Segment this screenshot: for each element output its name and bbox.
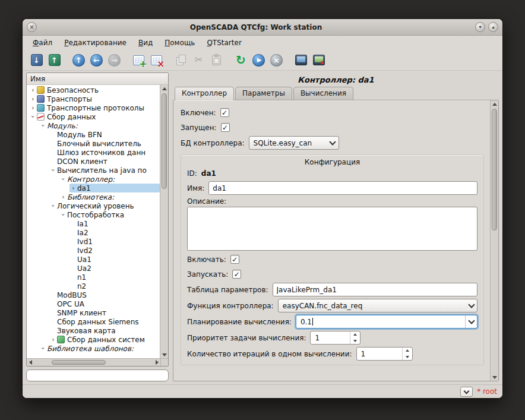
expand-arrow-icon[interactable]: › — [69, 184, 77, 192]
spin-down-button[interactable] — [350, 338, 360, 345]
back-button[interactable]: ← — [88, 52, 105, 68]
tree-item-transports[interactable]: ›Транспорты — [27, 94, 160, 103]
spin-down-button[interactable] — [403, 354, 412, 361]
controller-function-select[interactable]: easyCAN.fnc_data_req — [278, 299, 477, 312]
tree-item-ia1[interactable]: Ia1 — [27, 219, 160, 228]
content-vertical-scrollbar[interactable] — [490, 100, 498, 381]
combo-dropdown-button[interactable] — [465, 315, 477, 328]
tree-item-ua2[interactable]: Ua2 — [27, 264, 160, 273]
tree-item-daq[interactable]: ›Сбор данных — [27, 112, 160, 121]
tab-calculations[interactable]: Вычисления — [293, 87, 353, 100]
tree-item-ivd2[interactable]: Ivd2 — [27, 246, 160, 255]
tree-item-postproc[interactable]: ›Постобработка — [27, 210, 160, 219]
tree-item-da1[interactable]: ›da1 — [27, 184, 160, 192]
tree-item-ia2[interactable]: Ia2 — [27, 228, 160, 237]
tree-item-ua1[interactable]: Ua1 — [27, 255, 160, 264]
name-input[interactable] — [208, 181, 477, 195]
tree-item-javalike[interactable]: ›Вычислитель на java по — [27, 166, 160, 175]
minimize-button[interactable]: ▾ — [475, 22, 485, 32]
maximize-button[interactable]: ▴ — [488, 22, 498, 32]
qtstarter-vision-button[interactable] — [311, 52, 327, 68]
collapse-arrow-icon[interactable]: › — [49, 166, 57, 174]
collapse-arrow-icon[interactable]: › — [39, 345, 47, 352]
tab-parameters[interactable]: Параметры — [235, 87, 292, 100]
tree-hscroll-track[interactable] — [34, 359, 153, 366]
combo-dropdown-button[interactable] — [466, 299, 477, 312]
priority-spinbox[interactable]: 1 — [310, 331, 360, 345]
tree-item-ivd1[interactable]: Ivd1 — [27, 237, 160, 246]
tree-item-template-lib[interactable]: ›Библиотека шаблонов: — [27, 344, 160, 353]
menu-item-help[interactable]: Помощь — [159, 37, 200, 49]
qtstarter-config-button[interactable] — [293, 52, 309, 68]
tree-item-logic-level[interactable]: ›Логический уровень — [27, 201, 160, 210]
scroll-up-button[interactable] — [160, 85, 168, 92]
description-textarea[interactable] — [187, 207, 477, 251]
collapse-arrow-icon[interactable]: › — [59, 211, 67, 219]
expand-arrow-icon[interactable]: › — [59, 193, 67, 201]
tree-item-n2[interactable]: n2 — [27, 282, 160, 290]
spin-up-button[interactable] — [403, 348, 412, 354]
tree-item-bfn[interactable]: Модуль BFN — [27, 130, 160, 139]
tree-item-protocols[interactable]: ›Транспортные протоколы — [27, 103, 160, 112]
load-from-db-button[interactable]: ↓ — [29, 52, 45, 68]
tree-filter-input[interactable] — [26, 370, 169, 381]
started-checkbox[interactable]: ✓ — [221, 123, 230, 132]
tree-horizontal-scrollbar[interactable] — [27, 358, 168, 366]
controller-db-select[interactable]: SQLite.easy_can — [249, 136, 339, 150]
collapse-arrow-icon[interactable]: › — [59, 175, 67, 183]
menu-item-edit[interactable]: Редактирование — [59, 37, 132, 49]
tree-header[interactable]: Имя — [27, 73, 168, 85]
combo-dropdown-button[interactable] — [327, 137, 339, 149]
close-button[interactable]: × — [27, 22, 37, 32]
tree-item-siemens[interactable]: Сбор данных Siemens — [27, 317, 160, 326]
schedule-combo-input[interactable]: 0.1 — [296, 315, 477, 329]
tree-hscroll-thumb[interactable] — [52, 360, 105, 365]
expand-arrow-icon[interactable]: › — [29, 95, 37, 103]
collapse-arrow-icon[interactable]: › — [29, 113, 37, 121]
spin-up-button[interactable] — [350, 331, 360, 338]
tree-item-snmp[interactable]: SNMP клиент — [27, 308, 160, 317]
scroll-right-button[interactable] — [153, 359, 160, 366]
parameters-table-input[interactable] — [273, 283, 477, 296]
up-button[interactable]: ↑ — [71, 52, 87, 68]
tree-item-controller[interactable]: ›Контроллер: — [27, 175, 160, 184]
tree-item-system-daq[interactable]: ›Сбор данных систем — [27, 335, 160, 344]
scroll-left-button[interactable] — [27, 359, 34, 366]
tree-item-n1[interactable]: n1 — [27, 273, 160, 282]
titlebar[interactable]: × OpenSCADA QTCfg: Work station ▾ ▴ — [23, 19, 502, 36]
tree-item-module[interactable]: ›Модуль: — [27, 121, 160, 130]
tree-item-sound-card[interactable]: Звуковая карта — [27, 326, 160, 335]
tree-vertical-scrollbar[interactable] — [160, 85, 168, 358]
menu-item-view[interactable]: Вид — [133, 37, 158, 49]
to-start-checkbox[interactable]: ✓ — [232, 270, 241, 279]
collapse-arrow-icon[interactable]: › — [49, 202, 57, 210]
scroll-up-button[interactable] — [491, 100, 498, 108]
iterations-spinbox[interactable]: 1 — [356, 347, 413, 361]
content-vscroll-track[interactable] — [491, 108, 498, 373]
expand-arrow-icon[interactable]: › — [49, 336, 57, 343]
menu-item-qtstarter[interactable]: QTStarter — [201, 37, 246, 49]
tree-vscroll-thumb[interactable] — [162, 93, 167, 189]
tree-item-modbus[interactable]: ModBUS — [27, 290, 160, 299]
tree-item-library[interactable]: ›Библиотека: — [27, 192, 160, 201]
tree-item-block-calc[interactable]: Блочный вычислитель — [27, 139, 160, 148]
refresh-button[interactable]: ↻ — [233, 52, 249, 68]
enabled-checkbox[interactable]: ✓ — [220, 108, 229, 117]
tree-vscroll-track[interactable] — [160, 93, 168, 350]
save-to-db-button[interactable]: ↑ — [46, 52, 62, 68]
expand-arrow-icon[interactable]: › — [29, 104, 37, 112]
scroll-down-button[interactable] — [491, 374, 498, 381]
tree-item-dcon[interactable]: DCON клиент — [27, 157, 160, 166]
expand-arrow-icon[interactable]: › — [29, 86, 37, 94]
start-button[interactable]: ▶ — [251, 52, 267, 68]
collapse-arrow-icon[interactable]: › — [39, 122, 47, 130]
tree-item-opc-ua[interactable]: OPC UA — [27, 299, 160, 308]
tree-item-gate[interactable]: Шлюз источников данн — [27, 148, 160, 157]
tab-controller[interactable]: Контроллер — [175, 87, 234, 100]
to-enable-checkbox[interactable]: ✓ — [230, 255, 239, 264]
menu-item-file[interactable]: Файл — [27, 37, 58, 49]
delete-item-button[interactable] — [148, 52, 165, 68]
content-vscroll-thumb[interactable] — [492, 109, 497, 230]
stop-button[interactable]: × — [268, 52, 284, 68]
add-item-button[interactable] — [131, 52, 147, 68]
